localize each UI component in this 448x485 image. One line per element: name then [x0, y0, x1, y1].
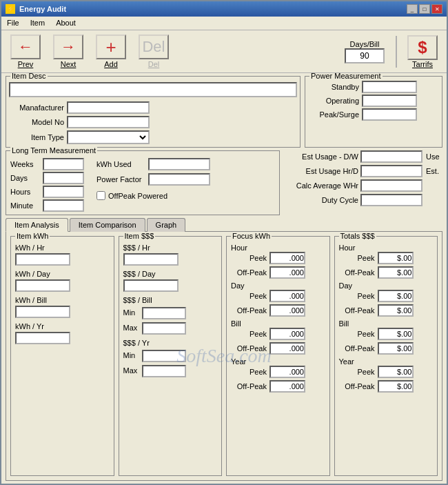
tab-content: SoftSea.com Item kWh kWh / Hr kWh / Day: [6, 231, 442, 481]
app-icon: ⚡: [6, 4, 15, 14]
est-hrd-input[interactable]: [360, 165, 422, 177]
days-row: Days: [10, 172, 84, 184]
totals-hour-label: Hour: [339, 244, 434, 252]
kwh-day-input[interactable]: [15, 279, 70, 292]
est-dw-input[interactable]: [360, 150, 422, 163]
days-input[interactable]: [43, 172, 84, 184]
focus-hour-section: Hour Peek Off-Peak: [231, 244, 325, 279]
bill-peek-input[interactable]: [269, 328, 305, 340]
total-year-offpeak-input[interactable]: [378, 380, 414, 393]
item-type-select[interactable]: [67, 130, 150, 144]
manufacturer-input[interactable]: [67, 101, 150, 114]
day-peek-input[interactable]: [269, 290, 305, 302]
est-hrd-label: Est Usage Hr/D: [284, 167, 358, 175]
total-hour-offpeak-input[interactable]: [378, 266, 414, 279]
prev-icon: ←: [10, 34, 41, 59]
days-bill-input[interactable]: [345, 48, 385, 63]
total-day-peek-label: Peek: [339, 292, 375, 300]
item-dollar-title: Item $$$: [123, 232, 156, 240]
menu-file[interactable]: File: [4, 18, 22, 28]
item-desc-input[interactable]: [9, 82, 297, 97]
tab-item-analysis[interactable]: Item Analysis: [6, 218, 68, 232]
total-hour-peek-input[interactable]: [378, 252, 414, 264]
minute-label: Minute: [10, 201, 41, 210]
kwh-bill-label: kWh / Bill: [15, 296, 110, 304]
focus-kwh-col: Focus kWh Hour Peek Off-Peak: [226, 236, 330, 476]
hour-peek-input[interactable]: [269, 252, 305, 264]
total-year-peek-input[interactable]: [378, 366, 414, 378]
bill-offpeak-input[interactable]: [269, 342, 305, 355]
dollar-hr-input[interactable]: [123, 253, 179, 266]
kwh-yr-input[interactable]: [15, 332, 70, 344]
year-peek-input[interactable]: [269, 366, 305, 378]
total-day-peek-input[interactable]: [378, 290, 414, 302]
dollar-icon: $: [407, 35, 438, 60]
total-hour-offpeak-row: Off-Peak: [339, 266, 434, 279]
total-bill-peek-input[interactable]: [378, 328, 414, 340]
bill-min-input[interactable]: [142, 307, 186, 319]
totals-col: Totals $$$ Hour Peek Off-Peak: [334, 236, 438, 476]
year-peek-label: Peek: [231, 368, 267, 376]
add-label: Add: [104, 60, 118, 68]
tarrifs-button[interactable]: $ Tarrifs: [403, 35, 442, 68]
kwh-hr-section: kWh / Hr: [15, 244, 110, 266]
weeks-input[interactable]: [43, 158, 84, 170]
toolbar: ← Prev → Next + Add Del Del Days/Bill $ …: [1, 30, 447, 73]
hours-input[interactable]: [43, 186, 84, 198]
item-kwh-title: Item kWh: [15, 232, 50, 240]
minute-input[interactable]: [43, 199, 84, 212]
dollar-yr-label: $$$ / Yr: [123, 339, 218, 347]
tab-graph[interactable]: Graph: [147, 218, 186, 232]
model-input[interactable]: [67, 116, 150, 128]
bill-max-input[interactable]: [142, 322, 186, 335]
yr-max-input[interactable]: [142, 365, 186, 377]
del-button[interactable]: Del Del: [134, 33, 174, 70]
offpeak-row: OffPeak Powered: [96, 191, 210, 200]
total-day-offpeak-input[interactable]: [378, 304, 414, 317]
menu-about[interactable]: About: [53, 18, 79, 28]
tab-item-comparison[interactable]: Item Comparison: [70, 218, 145, 232]
close-button[interactable]: ✕: [431, 4, 442, 14]
dollar-day-input[interactable]: [123, 279, 179, 292]
add-button[interactable]: + Add: [91, 33, 131, 70]
total-hour-peek-row: Peek: [339, 252, 434, 264]
kwh-bill-input[interactable]: [15, 306, 70, 318]
yr-min-label: Min: [123, 351, 140, 359]
dollar-bill-section: $$$ / Bill Min Max: [123, 296, 218, 335]
total-year-offpeak-label: Off-Peak: [339, 382, 375, 390]
prev-button[interactable]: ← Prev: [6, 33, 45, 70]
standby-input[interactable]: [362, 81, 417, 93]
offpeak-checkbox[interactable]: [96, 191, 105, 200]
est-dw-label: Est Usage - D/W: [284, 152, 358, 161]
next-icon: →: [53, 34, 83, 59]
totals-title: Totals $$$: [339, 232, 376, 240]
day-offpeak-input[interactable]: [269, 304, 305, 317]
kwh-used-input[interactable]: [148, 158, 210, 170]
menu-item[interactable]: Item: [28, 18, 48, 28]
duty-cycle-input[interactable]: [360, 194, 422, 206]
power-factor-input[interactable]: [148, 173, 210, 186]
bill-max-row: Max: [123, 321, 218, 335]
total-bill-offpeak-input[interactable]: [378, 342, 414, 355]
kwh-bill-section: kWh / Bill: [15, 296, 110, 318]
year-offpeak-input[interactable]: [269, 380, 305, 393]
operating-input[interactable]: [362, 95, 417, 107]
duty-cycle-label: Duty Cycle: [284, 196, 358, 204]
calc-avg-input[interactable]: [360, 179, 422, 192]
totals-day-label: Day: [339, 281, 434, 290]
totals-hour-section: Hour Peek Off-Peak: [339, 244, 434, 279]
peak-surge-input[interactable]: [362, 108, 417, 121]
yr-min-input[interactable]: [142, 350, 186, 362]
days-bill-label: Days/Bill: [350, 40, 380, 48]
minimize-button[interactable]: _: [407, 4, 418, 14]
year-offpeak-label: Off-Peak: [231, 382, 267, 390]
maximize-button[interactable]: □: [419, 4, 430, 14]
total-year-offpeak-row: Off-Peak: [339, 380, 434, 393]
kwh-hr-input[interactable]: [15, 253, 70, 266]
hour-offpeak-input[interactable]: [269, 266, 305, 279]
next-button[interactable]: → Next: [48, 33, 88, 70]
item-desc-group: Item Desc Manafacturer Model No Item Typ…: [6, 76, 301, 148]
del-label: Del: [148, 60, 160, 68]
calc-avg-label: Calc Average WHr: [284, 181, 358, 190]
bill-peek-label: Peek: [231, 330, 267, 338]
